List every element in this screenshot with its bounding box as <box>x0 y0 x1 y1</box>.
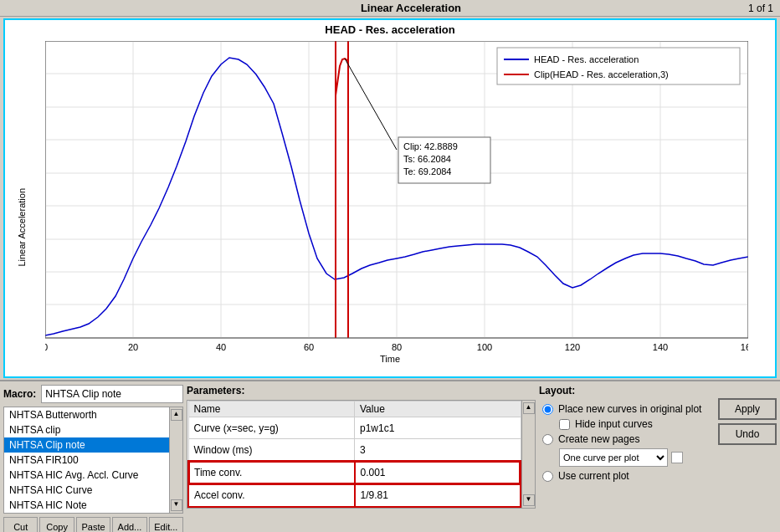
copy-button[interactable]: Copy <box>39 517 74 532</box>
action-panel: Apply Undo <box>718 385 777 532</box>
cut-button[interactable]: Cut <box>3 517 38 532</box>
macro-scroll-down[interactable]: ▼ <box>171 499 182 511</box>
layout-sub: One curve per plot <box>559 448 711 467</box>
layout-panel: Layout: Place new curves in original plo… <box>539 385 715 532</box>
page-info: 1 of 1 <box>748 3 773 14</box>
window-title: Linear Acceleration <box>361 2 461 14</box>
params-value-0: p1w1c1 <box>355 417 521 439</box>
radio-original-input[interactable] <box>542 404 553 415</box>
params-panel: Parameters: Name Value Curve (x=sec, y=g… <box>187 385 536 532</box>
svg-text:40: 40 <box>216 342 226 352</box>
svg-text:60: 60 <box>304 342 314 352</box>
apply-button[interactable]: Apply <box>718 398 777 420</box>
checkbox-hide-label: Hide input curves <box>575 418 653 430</box>
undo-button[interactable]: Undo <box>718 423 777 445</box>
chart-container: HEAD - Res. acceleration Linear Accelera… <box>3 18 777 378</box>
radio-current-input[interactable] <box>542 471 553 482</box>
layout-select[interactable]: One curve per plot <box>559 448 668 467</box>
macro-label: Macro: <box>3 388 36 400</box>
params-scroll-up[interactable]: ▲ <box>523 402 535 414</box>
title-bar: Linear Acceleration 1 of 1 <box>0 0 780 17</box>
radio-newpages-label: Create new pages <box>558 433 639 445</box>
params-name-1: Window (ms) <box>188 439 355 462</box>
params-name-0: Curve (x=sec, y=g) <box>188 417 355 439</box>
x-axis-label: Time <box>380 354 400 364</box>
params-table: Name Value Curve (x=sec, y=g) p1w1c1 Win… <box>187 401 521 508</box>
params-row-2: Time conv. 0.001 <box>188 461 521 483</box>
macro-panel: Macro: NHTSA Butterworth NHTSA clip NHTS… <box>3 385 183 532</box>
radio-current[interactable]: Use current plot <box>542 470 711 482</box>
svg-text:100: 100 <box>477 342 492 352</box>
svg-text:Clip: 42.8889: Clip: 42.8889 <box>403 141 458 151</box>
radio-newpages[interactable]: Create new pages <box>542 433 711 445</box>
svg-text:140: 140 <box>653 342 668 352</box>
svg-text:80: 80 <box>392 342 402 352</box>
params-row-1: Window (ms) 3 <box>188 439 521 462</box>
svg-text:HEAD - Res. acceleration: HEAD - Res. acceleration <box>534 54 639 64</box>
radio-original-label: Place new curves in original plot <box>558 403 701 415</box>
radio-group: Place new curves in original plot Hide i… <box>539 400 715 485</box>
svg-text:160: 160 <box>741 342 748 352</box>
params-col-name: Name <box>188 402 355 417</box>
layout-checkbox-sq[interactable] <box>671 452 683 463</box>
svg-text:Te: 69.2084: Te: 69.2084 <box>403 166 452 176</box>
radio-current-label: Use current plot <box>558 470 629 482</box>
edit-button[interactable]: Edit... <box>149 517 183 532</box>
macro-item-0[interactable]: NHTSA Butterworth <box>4 407 169 422</box>
macro-item-6[interactable]: NHTSA HIC Note <box>4 498 169 513</box>
params-scroll-down[interactable]: ▼ <box>523 494 535 506</box>
macro-scroll-up[interactable]: ▲ <box>171 409 182 421</box>
macro-input[interactable] <box>41 385 183 403</box>
svg-text:20: 20 <box>128 342 138 352</box>
checkbox-hide[interactable]: Hide input curves <box>559 418 711 430</box>
macro-item-5[interactable]: NHTSA HIC Curve <box>4 483 169 498</box>
bottom-panel: Macro: NHTSA Butterworth NHTSA clip NHTS… <box>0 381 780 532</box>
params-value-2: 0.001 <box>355 461 521 483</box>
svg-text:Clip(HEAD - Res. acceleration,: Clip(HEAD - Res. acceleration,3) <box>534 69 669 79</box>
macro-actions: Cut Copy Paste Add... Edit... <box>3 517 183 532</box>
add-button[interactable]: Add... <box>112 517 146 532</box>
params-value-3: 1/9.81 <box>355 484 521 507</box>
svg-text:0: 0 <box>45 342 48 352</box>
svg-text:120: 120 <box>565 342 580 352</box>
paste-button[interactable]: Paste <box>76 517 110 532</box>
params-value-1: 3 <box>355 439 521 462</box>
macro-list: NHTSA Butterworth NHTSA clip NHTSA Clip … <box>4 407 169 513</box>
macro-item-3[interactable]: NHTSA FIR100 <box>4 453 169 468</box>
params-label: Parameters: <box>187 385 536 396</box>
macro-item-2[interactable]: NHTSA Clip note <box>4 437 169 453</box>
params-row-3: Accel conv. 1/9.81 <box>188 484 521 507</box>
params-col-value: Value <box>355 402 521 417</box>
params-row-0: Curve (x=sec, y=g) p1w1c1 <box>188 417 521 439</box>
svg-text:Ts: 66.2084: Ts: 66.2084 <box>403 154 451 164</box>
chart-svg: 0 50 100 150 200 250 300 350 400 450 0 2… <box>45 41 748 359</box>
chart-title: HEAD - Res. acceleration <box>5 20 775 38</box>
radio-original[interactable]: Place new curves in original plot <box>542 403 711 415</box>
macro-item-4[interactable]: NHTSA HIC Avg. Accl. Curve <box>4 468 169 483</box>
radio-newpages-input[interactable] <box>542 434 553 445</box>
macro-item-1[interactable]: NHTSA clip <box>4 422 169 437</box>
checkbox-hide-input[interactable] <box>559 419 570 430</box>
layout-label: Layout: <box>539 385 715 396</box>
params-name-3: Accel conv. <box>188 484 355 507</box>
y-axis-label: Linear Acceleration <box>17 188 27 267</box>
params-name-2: Time conv. <box>188 461 355 483</box>
